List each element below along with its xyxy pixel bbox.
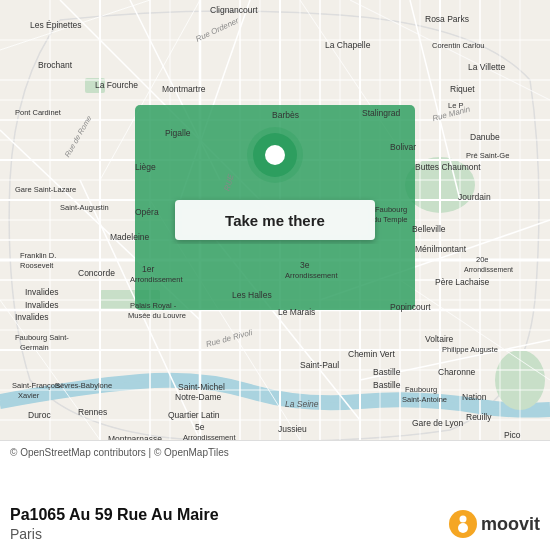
- svg-text:Notre-Dame: Notre-Dame: [175, 392, 222, 402]
- svg-text:Quartier Latin: Quartier Latin: [168, 410, 220, 420]
- svg-text:Pré Saint-Ge: Pré Saint-Ge: [466, 151, 509, 160]
- svg-text:Franklin D.: Franklin D.: [20, 251, 56, 260]
- svg-point-144: [459, 516, 466, 523]
- svg-text:5e: 5e: [195, 422, 205, 432]
- location-city: Paris: [10, 526, 219, 542]
- svg-text:Sèvres-Babylone: Sèvres-Babylone: [55, 381, 112, 390]
- svg-text:La Fourche: La Fourche: [95, 80, 138, 90]
- svg-text:Corentin Carlou: Corentin Carlou: [432, 41, 485, 50]
- svg-text:Ménilmontant: Ménilmontant: [415, 244, 467, 254]
- svg-text:Père Lachaise: Père Lachaise: [435, 277, 490, 287]
- svg-text:Arrondissement: Arrondissement: [130, 275, 183, 284]
- svg-text:Roosevelt: Roosevelt: [20, 261, 54, 270]
- svg-text:Riquet: Riquet: [450, 84, 475, 94]
- svg-text:Invalides: Invalides: [25, 300, 59, 310]
- svg-text:Montmartre: Montmartre: [162, 84, 206, 94]
- svg-text:Faubourg: Faubourg: [405, 385, 437, 394]
- svg-text:Saint-Augustin: Saint-Augustin: [60, 203, 109, 212]
- svg-text:Rennes: Rennes: [78, 407, 107, 417]
- location-name: Pa1065 Au 59 Rue Au Maire: [10, 506, 219, 524]
- moovit-icon: [449, 510, 477, 538]
- svg-text:Reuilly: Reuilly: [466, 412, 492, 422]
- attribution: © OpenStreetMap contributors | © OpenMap…: [10, 447, 540, 458]
- svg-text:du Temple: du Temple: [373, 215, 407, 224]
- moovit-logo: moovit: [449, 510, 540, 538]
- svg-text:Bastille: Bastille: [373, 367, 401, 377]
- svg-text:Arrondissement: Arrondissement: [464, 266, 513, 273]
- location-row: Pa1065 Au 59 Rue Au Maire Paris moovit: [10, 506, 540, 542]
- svg-text:1er: 1er: [142, 264, 154, 274]
- map-svg: Les Épinettes Clignancourt Rosa Parks La…: [0, 0, 550, 440]
- svg-text:Pont Cardinet: Pont Cardinet: [15, 108, 62, 117]
- svg-text:Les Épinettes: Les Épinettes: [30, 20, 82, 30]
- svg-text:Concorde: Concorde: [78, 268, 115, 278]
- svg-text:Saint-Paul: Saint-Paul: [300, 360, 339, 370]
- svg-text:Charonne: Charonne: [438, 367, 476, 377]
- svg-text:Philippe Auguste: Philippe Auguste: [442, 345, 498, 354]
- svg-text:Le Marais: Le Marais: [278, 307, 315, 317]
- bottom-bar: © OpenStreetMap contributors | © OpenMap…: [0, 440, 550, 550]
- svg-text:La Chapelle: La Chapelle: [325, 40, 371, 50]
- svg-text:Pico: Pico: [504, 430, 521, 440]
- svg-text:Barbès: Barbès: [272, 110, 299, 120]
- svg-text:Les Halles: Les Halles: [232, 290, 272, 300]
- svg-text:Xavier: Xavier: [18, 391, 40, 400]
- svg-text:Palais Royal -: Palais Royal -: [130, 301, 177, 310]
- map-container: Les Épinettes Clignancourt Rosa Parks La…: [0, 0, 550, 440]
- svg-text:Faubourg Saint-: Faubourg Saint-: [15, 333, 69, 342]
- svg-text:La Seine: La Seine: [285, 399, 319, 409]
- svg-text:Jussieu: Jussieu: [278, 424, 307, 434]
- svg-text:20e: 20e: [476, 255, 489, 264]
- svg-text:Stalingrad: Stalingrad: [362, 108, 401, 118]
- svg-text:Clignancourt: Clignancourt: [210, 5, 258, 15]
- svg-text:Nation: Nation: [462, 392, 487, 402]
- svg-text:Gare de Lyon: Gare de Lyon: [412, 418, 463, 428]
- svg-text:3e: 3e: [300, 260, 310, 270]
- svg-point-145: [458, 523, 468, 533]
- svg-text:Saint-Antoine: Saint-Antoine: [402, 395, 447, 404]
- svg-text:Invalides: Invalides: [15, 312, 49, 322]
- svg-text:Jourdain: Jourdain: [458, 192, 491, 202]
- take-me-there-label: Take me there: [225, 212, 325, 229]
- svg-point-62: [265, 145, 285, 165]
- svg-text:Bastille: Bastille: [373, 380, 401, 390]
- svg-text:Pigalle: Pigalle: [165, 128, 191, 138]
- svg-text:Arrondissement: Arrondissement: [285, 271, 338, 280]
- svg-text:Buttes Chaumont: Buttes Chaumont: [415, 162, 481, 172]
- svg-text:Germain: Germain: [20, 343, 49, 352]
- svg-text:Montparnasse: Montparnasse: [108, 434, 162, 440]
- svg-text:Chemin Vert: Chemin Vert: [348, 349, 395, 359]
- svg-text:Musée du Louvre: Musée du Louvre: [128, 311, 186, 320]
- svg-text:Liège: Liège: [135, 162, 156, 172]
- svg-text:Voltaire: Voltaire: [425, 334, 454, 344]
- svg-text:Saint-Michel: Saint-Michel: [178, 382, 225, 392]
- svg-text:Popincourt: Popincourt: [390, 302, 431, 312]
- svg-text:Rosa Parks: Rosa Parks: [425, 14, 469, 24]
- svg-text:La Villette: La Villette: [468, 62, 505, 72]
- svg-text:Madeleine: Madeleine: [110, 232, 149, 242]
- svg-text:Faubourg: Faubourg: [375, 205, 407, 214]
- svg-text:Invalides: Invalides: [25, 287, 59, 297]
- svg-text:Brochant: Brochant: [38, 60, 73, 70]
- svg-text:Bolivar: Bolivar: [390, 142, 416, 152]
- svg-text:Gare Saint-Lazare: Gare Saint-Lazare: [15, 185, 76, 194]
- svg-text:Belleville: Belleville: [412, 224, 446, 234]
- svg-text:Arrondissement: Arrondissement: [183, 433, 236, 440]
- location-info: Pa1065 Au 59 Rue Au Maire Paris: [10, 506, 219, 542]
- svg-text:Opéra: Opéra: [135, 207, 159, 217]
- svg-text:Duroc: Duroc: [28, 410, 51, 420]
- moovit-text: moovit: [481, 514, 540, 535]
- svg-text:Danube: Danube: [470, 132, 500, 142]
